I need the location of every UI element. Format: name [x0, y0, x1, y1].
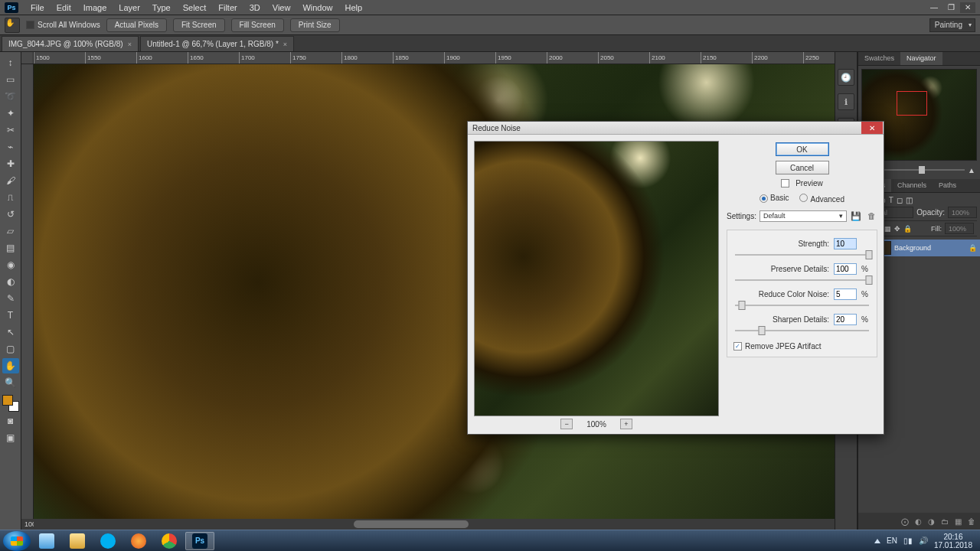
preserve-details-slider[interactable]	[735, 279, 869, 281]
preserve-details-field[interactable]	[834, 263, 857, 275]
mask-icon[interactable]: ◐	[915, 517, 922, 526]
remove-jpeg-checkbox[interactable]: ✓	[733, 342, 742, 350]
taskbar-clock[interactable]: 20:16 17.01.2018	[934, 533, 972, 549]
opacity-field[interactable]: 100%	[948, 207, 977, 218]
actual-pixels-button[interactable]: Actual Pixels	[106, 18, 167, 32]
menu-select[interactable]: Select	[177, 2, 213, 14]
close-tab-icon[interactable]: ×	[283, 41, 287, 48]
history-brush-tool-icon[interactable]: ↺	[2, 207, 19, 222]
zoom-out-button[interactable]: −	[560, 419, 573, 429]
fg-color-swatch[interactable]	[2, 395, 13, 406]
menu-3d[interactable]: 3D	[243, 2, 266, 14]
fill-field[interactable]: 100%	[945, 223, 974, 234]
brush-tool-icon[interactable]: 🖌	[2, 173, 19, 188]
print-size-button[interactable]: Print Size	[290, 18, 340, 32]
menu-edit[interactable]: Edit	[51, 2, 77, 14]
settings-dropdown[interactable]: Default▾	[760, 210, 847, 222]
dialog-preview[interactable]	[474, 141, 719, 416]
filter-type-icon[interactable]: T	[889, 196, 893, 204]
eraser-tool-icon[interactable]: ▱	[2, 223, 19, 239]
sharpen-details-slider[interactable]	[735, 330, 869, 331]
history-panel-icon[interactable]: 🕘	[838, 69, 854, 86]
type-tool-icon[interactable]: T	[2, 308, 19, 323]
menu-file[interactable]: File	[24, 2, 51, 14]
basic-radio[interactable]: Basic	[760, 194, 789, 204]
wand-tool-icon[interactable]: ✦	[2, 106, 19, 121]
fill-screen-button[interactable]: Fill Screen	[231, 18, 284, 32]
zoom-tool-icon[interactable]: 🔍	[2, 375, 19, 390]
show-hidden-icons[interactable]	[874, 539, 880, 543]
advanced-radio[interactable]: Advanced	[799, 194, 844, 204]
zoom-in-button[interactable]: +	[620, 419, 632, 429]
paths-tab[interactable]: Paths	[933, 179, 962, 192]
stamp-tool-icon[interactable]: ⎍	[2, 190, 19, 205]
fx-icon[interactable]: ⨀	[901, 517, 909, 526]
shape-tool-icon[interactable]: ▢	[2, 341, 19, 357]
filter-smart-icon[interactable]: ◫	[906, 196, 913, 204]
pen-tool-icon[interactable]: ✎	[2, 291, 19, 306]
save-preset-icon[interactable]: 💾	[850, 210, 862, 222]
dodge-tool-icon[interactable]: ◐	[2, 274, 19, 289]
scroll-all-checkbox[interactable]	[26, 21, 34, 29]
properties-panel-icon[interactable]: ℹ	[838, 93, 854, 110]
menu-view[interactable]: View	[266, 2, 297, 14]
document-tab[interactable]: Untitled-1 @ 66,7% (Layer 1, RGB/8) *×	[140, 36, 294, 51]
lock-pixels-icon[interactable]: ▦	[884, 225, 891, 233]
crop-tool-icon[interactable]: ✂	[2, 122, 19, 138]
menu-filter[interactable]: Filter	[212, 2, 243, 14]
language-indicator[interactable]: EN	[887, 536, 897, 545]
delete-preset-icon[interactable]: 🗑	[865, 210, 877, 222]
navigator-viewbox[interactable]	[897, 91, 927, 116]
blur-tool-icon[interactable]: ◉	[2, 257, 19, 272]
cancel-button[interactable]: Cancel	[776, 161, 829, 174]
adjustment-layer-icon[interactable]: ◑	[928, 517, 935, 526]
ok-button[interactable]: OK	[776, 142, 829, 156]
hand-tool-icon[interactable]: ✋	[2, 358, 19, 373]
heal-tool-icon[interactable]: ✚	[2, 156, 19, 171]
scrollbar-thumb[interactable]	[354, 520, 469, 528]
taskbar-explorer[interactable]	[32, 532, 61, 550]
zoom-in-icon[interactable]: ▲	[968, 166, 975, 174]
dialog-close-button[interactable]: ✕	[861, 122, 883, 134]
lock-all-icon[interactable]: 🔒	[903, 225, 912, 233]
volume-icon[interactable]: 🔊	[919, 536, 928, 545]
gradient-tool-icon[interactable]: ▤	[2, 240, 19, 256]
swatches-tab[interactable]: Swatches	[858, 52, 900, 65]
move-tool-icon[interactable]: ↕	[2, 55, 19, 70]
horizontal-scrollbar[interactable]	[34, 519, 835, 530]
lock-position-icon[interactable]: ✥	[894, 225, 900, 233]
eyedropper-tool-icon[interactable]: ⌁	[2, 139, 19, 155]
quickmask-icon[interactable]: ◙	[2, 413, 19, 429]
close-tab-icon[interactable]: ×	[128, 41, 132, 48]
strength-slider[interactable]	[735, 254, 869, 256]
trash-icon[interactable]: 🗑	[968, 517, 975, 526]
marquee-tool-icon[interactable]: ▭	[2, 72, 19, 87]
preview-checkbox[interactable]	[781, 179, 789, 187]
taskbar-photoshop[interactable]: Ps	[185, 532, 214, 550]
menu-help[interactable]: Help	[339, 2, 369, 14]
fit-screen-button[interactable]: Fit Screen	[173, 18, 225, 32]
menu-image[interactable]: Image	[77, 2, 113, 14]
path-tool-icon[interactable]: ↖	[2, 324, 19, 340]
taskbar-firefox[interactable]	[124, 532, 153, 550]
dialog-titlebar[interactable]: Reduce Noise ✕	[468, 122, 884, 135]
group-icon[interactable]: 🗀	[941, 517, 949, 526]
filter-shape-icon[interactable]: ◻	[897, 196, 903, 204]
menu-window[interactable]: Window	[296, 2, 338, 14]
hand-tool-icon[interactable]: ✋	[5, 18, 20, 33]
menu-type[interactable]: Type	[146, 2, 177, 14]
menu-layer[interactable]: Layer	[113, 2, 146, 14]
taskbar-skype[interactable]	[93, 532, 122, 550]
taskbar-chrome[interactable]	[155, 532, 184, 550]
channels-tab[interactable]: Channels	[891, 179, 933, 192]
window-close[interactable]: ✕	[960, 2, 975, 13]
window-restore[interactable]: ❐	[943, 2, 959, 13]
start-button[interactable]	[3, 531, 31, 551]
sharpen-details-field[interactable]	[834, 314, 857, 325]
taskbar-files[interactable]	[63, 532, 92, 550]
workspace-dropdown[interactable]: Painting	[929, 18, 975, 32]
navigator-tab[interactable]: Navigator	[900, 52, 942, 65]
screenmode-icon[interactable]: ▣	[2, 430, 19, 445]
network-icon[interactable]: ▯▮	[903, 536, 913, 545]
window-minimize[interactable]: —	[926, 2, 942, 13]
